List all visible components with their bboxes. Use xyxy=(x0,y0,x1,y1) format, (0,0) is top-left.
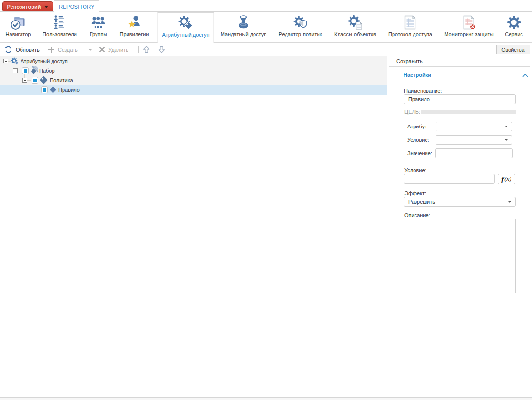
ribbon-item-policy-editor-label: Редактор политик xyxy=(279,32,322,37)
tree-checkbox[interactable] xyxy=(22,67,29,74)
refresh-icon xyxy=(4,45,12,53)
ribbon-item-privileges[interactable]: Привилегии xyxy=(116,12,153,42)
tree-row-rule[interactable]: Правило xyxy=(0,85,387,95)
users-group-icon xyxy=(91,15,106,30)
effect-combobox[interactable]: Разрешить xyxy=(404,197,516,207)
target-fieldset-line xyxy=(421,110,516,114)
ribbon-item-groups-label: Группы xyxy=(90,32,107,37)
target-fieldset-legend: ЦЕЛЬ: xyxy=(404,109,420,115)
ribbon-item-policy-editor[interactable]: Редактор политик xyxy=(275,12,327,42)
plus-icon xyxy=(48,46,54,53)
chevron-up-icon[interactable] xyxy=(522,72,529,79)
gear-shield-icon xyxy=(293,15,308,30)
properties-toggle-button[interactable]: Свойства xyxy=(496,45,530,54)
user-star-icon xyxy=(127,15,142,30)
tree-row-label: Правило xyxy=(58,87,80,93)
tree-checkbox[interactable] xyxy=(32,77,38,84)
attribute-combobox[interactable] xyxy=(436,122,512,131)
expression-field-label: Условие: xyxy=(404,168,426,173)
collapse-toggle-icon[interactable] xyxy=(13,68,18,73)
ribbon-item-access-log-label: Протокол доступа xyxy=(388,32,432,37)
settings-section-header[interactable]: Настройки xyxy=(389,67,530,81)
condition-combobox[interactable] xyxy=(436,135,512,145)
save-button[interactable]: Сохранить xyxy=(396,58,423,64)
tree-row-policy[interactable]: Политика xyxy=(0,75,387,85)
document-error-icon xyxy=(461,15,477,30)
ribbon-item-users[interactable]: Пользователи xyxy=(38,12,81,42)
diamond-icon xyxy=(50,86,56,94)
properties-label: Свойства xyxy=(501,47,524,53)
ribbon-item-attribute-access-label: Атрибутный доступ xyxy=(162,32,210,38)
tab-repository[interactable]: REPOSITORY xyxy=(54,0,99,12)
folder-check-icon xyxy=(11,15,26,30)
effect-field-label: Эффект: xyxy=(404,190,426,196)
policy-tree-panel: Атрибутный доступ xyxy=(0,56,387,397)
repository-menu-button[interactable]: Репозиторий xyxy=(2,1,53,11)
tags-stack-icon xyxy=(30,66,38,76)
cross-icon xyxy=(99,46,105,53)
caret-down-icon xyxy=(88,49,92,51)
condition-field-label: Условие: xyxy=(407,137,429,143)
ribbon-item-protection-monitoring[interactable]: Мониторинг защиты xyxy=(440,12,498,42)
function-editor-button[interactable]: f(x) xyxy=(498,174,515,184)
collapse-toggle-icon[interactable] xyxy=(3,59,8,63)
value-field-label: Значение: xyxy=(407,150,432,156)
action-toolbar: Обновить Создать Удалить xyxy=(0,43,532,56)
ribbon-item-attribute-access[interactable]: Атрибутный доступ xyxy=(158,12,214,43)
name-field-label: Наименование: xyxy=(404,88,442,94)
caret-down-icon xyxy=(504,126,508,127)
tab-strip: Репозиторий REPOSITORY xyxy=(0,0,532,12)
panel-splitter[interactable] xyxy=(388,56,388,397)
properties-panel-toolbar: Сохранить xyxy=(389,56,530,67)
ribbon-bar: Навигатор xyxy=(0,12,532,43)
gear-icon xyxy=(506,15,521,30)
ribbon-item-protection-monitoring-label: Мониторинг защиты xyxy=(444,32,493,37)
ribbon-item-object-classes-label: Классы объектов xyxy=(334,32,376,37)
delete-label: Удалить xyxy=(108,47,128,53)
tree-checkbox[interactable] xyxy=(41,86,48,93)
arrow-up-icon xyxy=(142,45,150,53)
tag-icon xyxy=(39,75,48,85)
caret-down-icon xyxy=(508,201,511,203)
toolbar-separator xyxy=(138,46,139,53)
description-field-label: Описание: xyxy=(404,212,430,218)
repository-menu-label: Репозиторий xyxy=(7,4,41,10)
ribbon-item-users-label: Пользователи xyxy=(43,32,77,37)
stamp-icon xyxy=(236,15,251,30)
user-list-icon xyxy=(52,15,67,30)
expression-field-input[interactable] xyxy=(404,174,495,184)
caret-down-icon xyxy=(504,139,508,141)
tree-row-set[interactable]: Набор xyxy=(0,66,387,75)
tree-row-label: Набор xyxy=(39,68,55,74)
refresh-button[interactable]: Обновить xyxy=(4,43,40,56)
main-content: Атрибутный доступ xyxy=(0,56,532,398)
ribbon-item-navigator-label: Навигатор xyxy=(6,32,31,37)
gear-tag-small-icon xyxy=(11,57,19,66)
tree-row-attribute-access[interactable]: Атрибутный доступ xyxy=(0,56,387,66)
ribbon-item-object-classes[interactable]: Классы объектов xyxy=(330,12,381,42)
fx-label-x: (x) xyxy=(504,175,511,183)
collapse-toggle-icon[interactable] xyxy=(22,78,27,83)
attribute-field-label: Атрибут: xyxy=(407,124,428,129)
move-down-button[interactable] xyxy=(158,43,166,56)
application-window: Репозиторий REPOSITORY Навигатор xyxy=(0,0,532,400)
ribbon-item-navigator[interactable]: Навигатор xyxy=(1,12,35,42)
gear-document-icon xyxy=(348,15,363,30)
description-textarea[interactable] xyxy=(404,219,516,293)
window-bottom-edge xyxy=(0,398,532,400)
create-label: Создать xyxy=(58,47,78,53)
caret-down-icon xyxy=(44,6,48,8)
create-dropdown-button[interactable] xyxy=(88,43,92,56)
settings-section-title: Настройки xyxy=(404,72,431,78)
tab-repository-label: REPOSITORY xyxy=(59,4,95,10)
ribbon-item-service[interactable]: Сервис xyxy=(500,12,527,42)
ribbon-item-mandatory-access[interactable]: Мандатный доступ xyxy=(216,12,271,42)
delete-button[interactable]: Удалить xyxy=(99,43,128,56)
name-field-input[interactable] xyxy=(404,94,516,104)
ribbon-item-access-log[interactable]: Протокол доступа xyxy=(384,12,436,42)
tree-row-label: Политика xyxy=(50,77,73,83)
value-field-input[interactable] xyxy=(435,148,513,158)
ribbon-item-groups[interactable]: Группы xyxy=(85,12,112,42)
create-button[interactable]: Создать xyxy=(48,43,78,56)
move-up-button[interactable] xyxy=(142,43,150,56)
